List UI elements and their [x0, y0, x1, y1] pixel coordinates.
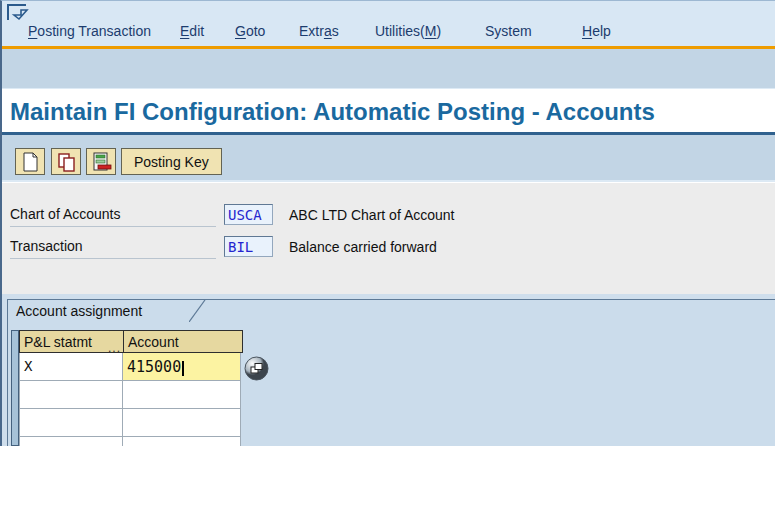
application-toolbar: Posting Key	[2, 135, 775, 182]
groupbox-tab-diagonal	[189, 300, 206, 322]
text-cursor	[182, 361, 184, 376]
chart-of-accounts-field[interactable]: USCA	[224, 204, 273, 225]
matchcode-f4-help-button[interactable]	[244, 356, 269, 381]
posting-key-button[interactable]: Posting Key	[121, 148, 222, 175]
transaction-field[interactable]: BIL	[224, 236, 273, 257]
sap-control-menu-icon[interactable]	[6, 3, 32, 22]
groupbox-tab: Account assignment	[8, 300, 189, 322]
menubar: Posting Transaction Edit Goto Extras Uti…	[2, 21, 775, 45]
table-body: X 415000	[19, 353, 241, 446]
chart-of-accounts-label: Chart of Accounts	[10, 206, 216, 227]
row-selection-strip[interactable]	[11, 330, 19, 446]
table-header-row: P&L statmt ... Account	[19, 330, 243, 353]
menu-goto[interactable]: Goto	[235, 23, 265, 39]
desktop-background	[0, 446, 775, 512]
transaction-description: Balance carried forward	[289, 239, 437, 255]
cell-account-row1-focused[interactable]: 415000	[123, 353, 241, 381]
transaction-label: Transaction	[10, 238, 216, 259]
column-header-pl-statmt[interactable]: P&L statmt ...	[20, 331, 124, 352]
cell-account-row3[interactable]	[123, 409, 241, 437]
menu-help[interactable]: Help	[582, 23, 611, 39]
column-header-account[interactable]: Account	[124, 331, 242, 352]
menu-band: Posting Transaction Edit Goto Extras Uti…	[2, 1, 775, 46]
account-list-button[interactable]	[86, 148, 116, 175]
cell-account-row2[interactable]	[123, 381, 241, 409]
menu-utilities[interactable]: Utilities(M)	[375, 23, 441, 39]
create-page-icon	[19, 151, 41, 173]
cell-pl-statmt-row2[interactable]	[19, 381, 123, 409]
groupbox-title: Account assignment	[16, 303, 142, 319]
menu-edit[interactable]: Edit	[180, 23, 204, 39]
copy-button[interactable]	[51, 148, 81, 175]
matchcode-icon	[244, 356, 269, 381]
page-title: Maintain FI Configuration: Automatic Pos…	[10, 98, 655, 126]
cell-pl-statmt-row3[interactable]	[19, 409, 123, 437]
account-assignment-groupbox: Account assignment P&L statmt ... Accoun…	[7, 299, 775, 446]
title-band: Maintain FI Configuration: Automatic Pos…	[2, 89, 775, 135]
create-button[interactable]	[15, 148, 45, 175]
menu-extras[interactable]: Extras	[299, 23, 339, 39]
menu-system[interactable]: System	[485, 23, 532, 39]
menu-posting-transaction[interactable]: Posting Transaction	[28, 23, 151, 39]
table-row	[19, 381, 241, 409]
standard-toolbar	[2, 49, 775, 89]
chart-of-accounts-description: ABC LTD Chart of Account	[289, 207, 454, 223]
copy-pages-icon	[55, 151, 77, 173]
table-row: X 415000	[19, 353, 241, 381]
cell-pl-statmt-row4[interactable]	[19, 437, 123, 446]
sap-window: Posting Transaction Edit Goto Extras Uti…	[0, 0, 775, 446]
header-data-panel: Chart of Accounts USCA ABC LTD Chart of …	[2, 182, 775, 294]
cell-pl-statmt-row1[interactable]: X	[19, 353, 123, 381]
table-row	[19, 409, 241, 437]
cell-account-row4[interactable]	[123, 437, 241, 446]
account-list-icon	[90, 151, 112, 173]
table-row	[19, 437, 241, 446]
